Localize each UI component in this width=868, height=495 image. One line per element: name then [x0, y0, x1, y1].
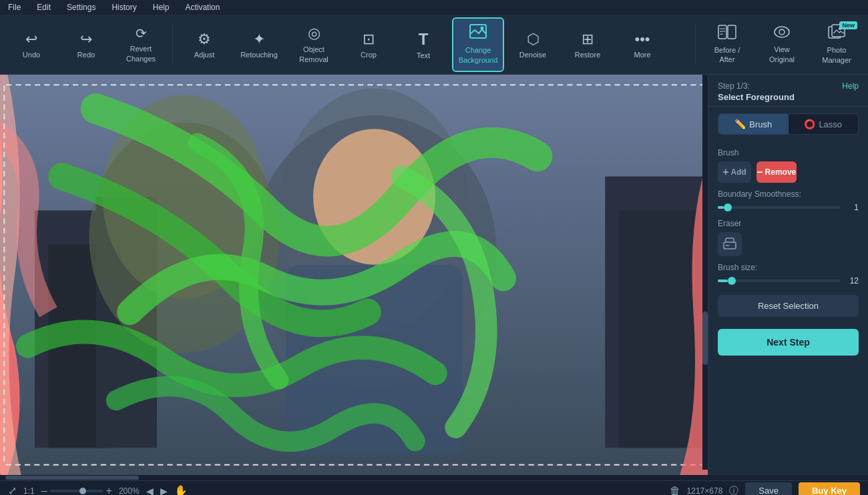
canvas-svg[interactable] — [0, 75, 708, 475]
lasso-mode-button[interactable]: ⭕ Lasso — [789, 114, 859, 134]
view-original-button[interactable]: ViewOriginal — [756, 17, 808, 72]
adjust-label: Adjust — [194, 51, 215, 59]
text-icon: T — [419, 30, 429, 49]
canvas-area[interactable] — [0, 75, 708, 475]
zoom-controls: – + — [41, 485, 112, 496]
photo-manager-label: PhotoManager — [822, 45, 851, 65]
menu-history[interactable]: History — [109, 1, 139, 13]
zoom-out-button[interactable]: – — [41, 485, 47, 496]
menu-help[interactable]: Help — [150, 1, 172, 13]
more-icon: ••• — [634, 31, 650, 48]
brush-mode-button[interactable]: ✏️ Brush — [718, 114, 789, 134]
svg-rect-3 — [728, 25, 736, 39]
lasso-mode-label: Lasso — [819, 119, 842, 129]
adjust-button[interactable]: ⚙ Adjust — [178, 17, 230, 72]
retouching-label: Retouching — [240, 51, 278, 59]
redo-button[interactable]: ↪ Redo — [60, 17, 112, 72]
zoom-slider[interactable] — [50, 490, 103, 492]
change-background-button[interactable]: ChangeBackground — [452, 17, 504, 72]
denoise-button[interactable]: ⬡ Denoise — [507, 17, 559, 72]
menu-file[interactable]: File — [5, 1, 23, 13]
text-button[interactable]: T Text — [397, 17, 449, 72]
brush-section: Brush + Add – Remove — [718, 148, 859, 183]
save-button[interactable]: Save — [745, 482, 792, 495]
toolbar-divider-2 — [695, 25, 696, 65]
crop-button[interactable]: ⊡ Crop — [343, 17, 395, 72]
reset-selection-button[interactable]: Reset Selection — [718, 295, 859, 317]
revert-button[interactable]: ⟳ RevertChanges — [115, 17, 167, 72]
toolbar-divider-1 — [172, 25, 173, 65]
hand-tool-button[interactable]: ✋ — [174, 484, 188, 495]
revert-icon: ⟳ — [136, 25, 147, 41]
before-after-label: Before /After — [714, 45, 740, 65]
zoom-ratio: 1:1 — [23, 486, 35, 496]
right-panel: Step 1/3: Select Foreground Help ✏️ Brus… — [708, 75, 868, 475]
brush-mode-label: Brush — [749, 119, 772, 129]
brush-mode-icon: ✏️ — [734, 119, 746, 129]
redo-icon: ↪ — [80, 31, 92, 48]
v-scroll-thumb[interactable] — [702, 312, 708, 365]
zoom-in-button[interactable]: + — [106, 485, 112, 496]
retouching-button[interactable]: ✦ Retouching — [233, 17, 285, 72]
view-original-label: ViewOriginal — [769, 45, 795, 64]
boundary-slider-track[interactable] — [718, 206, 840, 209]
redo-label: Redo — [77, 51, 95, 59]
brush-section-label: Brush — [718, 148, 859, 157]
brush-controls: + Add – Remove — [718, 161, 859, 183]
vertical-scrollbar[interactable] — [702, 75, 708, 470]
svg-point-5 — [779, 29, 785, 35]
fit-to-window-icon[interactable]: ⤢ — [8, 484, 17, 495]
restore-button[interactable]: ⊞ Restore — [562, 17, 614, 72]
zoom-slider-thumb[interactable] — [79, 488, 86, 494]
new-badge: New — [839, 21, 857, 29]
next-image-button[interactable]: ▶ — [160, 486, 168, 496]
menu-edit[interactable]: Edit — [34, 1, 53, 13]
prev-image-button[interactable]: ◀ — [146, 486, 154, 496]
menu-settings[interactable]: Settings — [64, 1, 98, 13]
brush-size-slider-track[interactable] — [718, 280, 840, 282]
zoom-value: 200% — [119, 486, 140, 496]
horizontal-scrollbar[interactable] — [0, 475, 868, 480]
more-label: More — [634, 51, 650, 59]
h-scroll-thumb[interactable] — [5, 476, 139, 480]
brush-size-slider-thumb[interactable] — [728, 277, 736, 285]
main-area: Step 1/3: Select Foreground Help ✏️ Brus… — [0, 75, 868, 475]
denoise-icon: ⬡ — [527, 31, 539, 48]
brush-add-button[interactable]: + Add — [718, 161, 751, 183]
boundary-smoothness-section: Boundary Smoothness: 1 — [718, 189, 859, 212]
buy-key-button[interactable]: Buy Key — [799, 482, 860, 495]
denoise-label: Denoise — [519, 51, 546, 59]
photo-manager-button[interactable]: New PhotoManager — [811, 17, 863, 72]
delete-button[interactable]: 🗑 — [670, 485, 680, 496]
menu-activation[interactable]: Activation — [182, 1, 222, 13]
brush-remove-button[interactable]: – Remove — [756, 161, 797, 183]
image-dimensions: 1217×678 — [687, 486, 723, 496]
undo-label: Undo — [23, 51, 40, 59]
brush-size-value: 12 — [845, 276, 859, 286]
brush-add-icon: + — [722, 166, 728, 178]
before-after-icon — [718, 25, 736, 43]
crop-icon: ⊡ — [363, 31, 375, 48]
lasso-mode-icon: ⭕ — [804, 119, 815, 129]
boundary-slider-thumb[interactable] — [724, 203, 732, 211]
boundary-slider-row: 1 — [718, 203, 859, 212]
help-link[interactable]: Help — [842, 81, 859, 91]
before-after-button[interactable]: Before /After — [701, 17, 753, 72]
statusbar-left: ⤢ 1:1 – + 200% ◀ ▶ ✋ — [8, 484, 659, 495]
more-button[interactable]: ••• More — [616, 17, 668, 72]
brush-remove-icon: – — [757, 166, 763, 178]
undo-button[interactable]: ↩ Undo — [5, 17, 57, 72]
next-step-button[interactable]: Next Step — [718, 329, 859, 356]
svg-rect-2 — [718, 25, 726, 39]
image-info-button[interactable]: ⓘ — [729, 485, 738, 496]
select-foreground-title: Select Foreground — [718, 92, 795, 102]
eraser-label: Eraser — [718, 219, 859, 228]
eraser-button[interactable] — [718, 232, 742, 256]
object-removal-button[interactable]: ◎ ObjectRemoval — [288, 17, 340, 72]
panel-header: Step 1/3: Select Foreground Help — [708, 75, 868, 107]
svg-point-4 — [775, 27, 789, 37]
eraser-section: Eraser — [718, 219, 859, 256]
change-background-label: ChangeBackground — [459, 45, 498, 65]
brush-size-label: Brush size: — [718, 263, 859, 272]
brush-size-slider-fill — [718, 280, 728, 282]
